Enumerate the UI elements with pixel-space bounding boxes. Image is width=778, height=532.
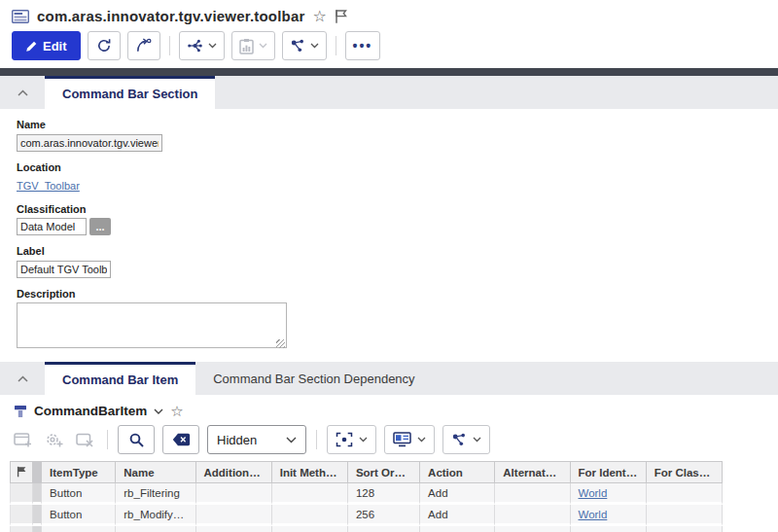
tab-command-bar-item[interactable]: Command Bar Item <box>45 362 195 395</box>
location-label: Location <box>17 161 778 173</box>
command-bar-section-form: Name Location TGV_Toolbar Classification… <box>0 109 778 362</box>
chevron-down-icon <box>310 43 319 49</box>
tab-command-bar-section-dependency[interactable]: Command Bar Section Dependency <box>195 362 432 395</box>
column-header-for-classification[interactable]: For Classifica... <box>647 461 723 483</box>
column-header-for-identity[interactable]: For Identity [...] <box>571 461 647 483</box>
name-field[interactable] <box>17 134 162 152</box>
delete-related-button <box>74 432 97 448</box>
focus-dropdown-button[interactable] <box>327 425 376 454</box>
cell-name: rb_ModifyPar... <box>116 505 195 526</box>
refresh-button[interactable] <box>88 31 121 60</box>
cell-link[interactable]: World <box>579 509 608 520</box>
grid-share-dropdown-button[interactable] <box>442 425 490 454</box>
description-label: Description <box>17 288 778 300</box>
label-label: Label <box>17 245 778 257</box>
structure-icon <box>187 38 203 53</box>
collapse-icon <box>18 89 28 96</box>
row-handle[interactable] <box>33 483 42 505</box>
grid-favorite-icon[interactable]: ☆ <box>170 404 183 418</box>
flag-icon[interactable] <box>335 9 348 24</box>
hidden-filter-select[interactable]: Hidden <box>207 425 306 454</box>
share-dropdown-button[interactable] <box>282 31 327 60</box>
classification-browse-button[interactable]: ... <box>89 218 111 235</box>
edit-button[interactable]: Edit <box>12 31 81 60</box>
cell-item-type: Separator <box>42 526 116 532</box>
cell-link[interactable]: World <box>579 487 608 499</box>
new-item-icon <box>45 432 64 448</box>
row-handle[interactable] <box>33 505 42 526</box>
column-header-alternate[interactable]: Alternate [...] <box>495 461 570 483</box>
table-row[interactable]: Buttonrb_ModifyPar...256AddWorld <box>10 505 723 526</box>
gutter-column-header <box>33 461 42 483</box>
item-type-icon <box>12 10 29 23</box>
form-collapse-button[interactable] <box>0 76 45 109</box>
display-dropdown-button[interactable] <box>384 425 435 454</box>
reports-dropdown-button <box>231 31 275 60</box>
tab-command-bar-section[interactable]: Command Bar Section <box>45 76 215 109</box>
flag-icon <box>17 466 27 478</box>
tab-label: Command Bar Item <box>62 372 178 387</box>
cell-action: Add <box>420 505 495 526</box>
column-header-name[interactable]: Name <box>116 461 195 483</box>
cell-flag[interactable] <box>10 483 33 505</box>
title-bar: com.aras.innovator.tgv.viewer.toolbar ☆ <box>0 0 778 28</box>
column-header-additional-data[interactable]: Additional Da... <box>196 461 272 483</box>
cell-action: Add <box>420 483 495 505</box>
favorite-icon[interactable]: ☆ <box>313 9 327 24</box>
cell-for-identity: World <box>571 505 647 526</box>
label-field[interactable] <box>17 261 111 278</box>
cell-for-classification <box>647 505 723 526</box>
row-handle[interactable] <box>33 526 42 532</box>
table-row[interactable]: Separatorrb_Separator_...384AddWorld <box>10 526 723 532</box>
clear-search-icon <box>172 433 191 446</box>
refresh-icon <box>96 38 112 53</box>
cell-action: Add <box>420 526 495 532</box>
structure-dropdown-button[interactable] <box>179 31 225 60</box>
chevron-down-icon <box>359 437 368 443</box>
column-header-itemtype[interactable]: ItemType <box>42 461 116 483</box>
column-header-sort-order[interactable]: Sort Order <box>348 461 420 483</box>
clipboard-chart-icon <box>239 38 254 54</box>
flag-column-header[interactable] <box>10 461 33 483</box>
cell-sort-order: 128 <box>348 483 420 505</box>
section-divider <box>0 68 778 76</box>
display-icon <box>393 432 411 447</box>
command-bar-item-table-body: Buttonrb_Filtering128AddWorldButtonrb_Mo… <box>10 483 723 532</box>
cell-additional-data <box>196 483 272 505</box>
cell-item-type: Button <box>42 505 116 526</box>
tab-label: Command Bar Section Dependency <box>213 372 414 386</box>
table-row[interactable]: Buttonrb_Filtering128AddWorld <box>10 483 723 505</box>
share-icon <box>290 38 305 53</box>
cell-for-classification <box>647 526 723 532</box>
chevron-down-icon <box>417 437 426 443</box>
name-label: Name <box>17 119 778 130</box>
cell-init-method <box>272 483 348 505</box>
cell-sort-order: 256 <box>348 505 420 526</box>
cell-flag[interactable] <box>10 526 33 532</box>
promote-button[interactable] <box>127 31 160 60</box>
grid-title: CommandBarItem <box>34 404 147 418</box>
chevron-down-icon[interactable] <box>154 408 163 414</box>
edit-pencil-icon <box>25 40 38 53</box>
location-link[interactable]: TGV_Toolbar <box>17 180 80 192</box>
new-related-button <box>12 432 35 448</box>
cell-additional-data <box>196 526 272 532</box>
cell-alternate <box>495 505 570 526</box>
search-button[interactable] <box>118 425 155 454</box>
edit-button-label: Edit <box>43 39 67 53</box>
resize-handle[interactable] <box>276 339 285 348</box>
cell-flag[interactable] <box>10 505 33 526</box>
more-actions-button[interactable]: ••• <box>345 31 381 60</box>
column-header-action[interactable]: Action <box>420 461 495 483</box>
clear-search-button[interactable] <box>162 425 199 454</box>
relationships-collapse-button[interactable] <box>0 362 45 395</box>
new-item-button <box>43 432 66 448</box>
cell-for-classification <box>647 483 723 505</box>
cell-item-type: Button <box>42 483 116 505</box>
description-field[interactable] <box>17 302 287 348</box>
column-header-init-method[interactable]: Init Method [...] <box>272 461 348 483</box>
cell-additional-data <box>196 505 272 526</box>
toolbar-separator <box>336 36 336 55</box>
search-icon <box>128 432 145 448</box>
classification-field[interactable] <box>17 218 87 235</box>
